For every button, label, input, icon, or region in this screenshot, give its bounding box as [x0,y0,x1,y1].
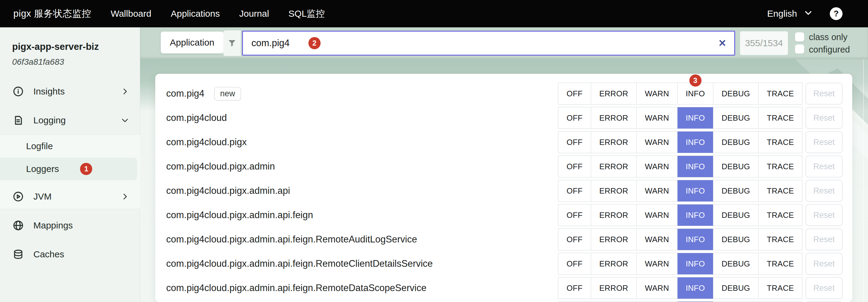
filter-funnel-icon[interactable] [223,30,241,56]
level-button-trace[interactable]: TRACE [758,229,802,250]
level-button-debug[interactable]: DEBUG [713,107,758,129]
level-button-info[interactable]: INFO3 [678,83,713,104]
level-group: OFFERRORWARNINFODEBUGTRACE [558,277,803,299]
level-button-debug[interactable]: DEBUG [713,277,758,299]
sidebar-item-jvm[interactable]: JVM [0,183,140,210]
sidebar-item-insights[interactable]: Insights [0,78,140,105]
level-button-info[interactable]: INFO [678,132,713,153]
table-row: com.pig4cloud.pigx.admin.api.feign OFFER… [155,203,852,227]
level-button-error[interactable]: ERROR [591,204,637,226]
level-button-off[interactable]: OFF [558,83,591,104]
level-button-warn[interactable]: WARN [637,132,678,153]
level-group: OFFERRORWARNINFODEBUGTRACE [558,180,803,202]
level-button-trace[interactable]: TRACE [758,83,802,104]
level-button-warn[interactable]: WARN [637,180,678,201]
reset-button[interactable]: Reset [806,277,842,299]
sidebar-item-label: Caches [33,249,64,259]
chevron-down-icon [121,116,129,125]
level-button-warn[interactable]: WARN [637,229,678,250]
nav-item-wallboard[interactable]: Wallboard [111,8,151,19]
level-button-trace[interactable]: TRACE [758,107,802,129]
level-button-warn[interactable]: WARN [637,83,678,104]
level-button-trace[interactable]: TRACE [758,204,802,226]
level-button-info[interactable]: INFO [678,229,713,250]
level-button-trace[interactable]: TRACE [758,277,802,299]
level-button-error[interactable]: ERROR [591,132,637,153]
logger-name: com.pig4cloud.pigx.admin.api.feign.Remot… [166,234,417,245]
level-button-warn[interactable]: WARN [637,156,678,177]
level-button-info[interactable]: INFO [678,204,713,226]
level-button-error[interactable]: ERROR [591,107,637,129]
reset-button[interactable]: Reset [806,228,842,250]
level-button-off[interactable]: OFF [558,132,591,153]
level-button-error[interactable]: ERROR [591,83,637,104]
level-button-warn[interactable]: WARN [637,253,678,274]
level-button-off[interactable]: OFF [558,204,591,226]
sidebar-item-logging[interactable]: Logging [0,107,140,134]
logger-name: com.pig4cloud.pigx [166,137,247,148]
level-group: OFFERRORWARNINFODEBUGTRACE [558,107,803,129]
brand-title[interactable]: pigx 服务状态监控 [13,7,91,20]
document-icon [12,114,24,127]
application-scope-button[interactable]: Application [161,32,223,53]
level-button-debug[interactable]: DEBUG [713,204,758,226]
class-only-checkbox[interactable] [795,32,804,42]
reset-button[interactable]: Reset [806,180,842,202]
level-button-info[interactable]: INFO [678,277,713,299]
level-button-warn[interactable]: WARN [637,107,678,129]
level-button-debug[interactable]: DEBUG [713,132,758,153]
level-button-info[interactable]: INFO [678,180,713,201]
level-button-debug[interactable]: DEBUG [713,253,758,274]
nav-item-sql-monitor[interactable]: SQL监控 [288,8,325,20]
level-button-trace[interactable]: TRACE [758,132,802,153]
clear-search-icon[interactable]: ✕ [718,38,726,48]
level-button-info[interactable]: INFO [678,107,713,129]
filter-bar: Application com.pig4 2 ✕ 355/1534 class … [140,27,868,59]
reset-button[interactable]: Reset [806,107,842,129]
step-badge-2: 2 [308,37,320,49]
nav-item-journal[interactable]: Journal [239,8,269,19]
reset-button[interactable]: Reset [806,156,842,177]
level-button-warn[interactable]: WARN [637,277,678,299]
table-row: com.pig4cloud OFFERRORWARNINFODEBUGTRACE… [155,106,852,130]
level-button-error[interactable]: ERROR [591,156,637,177]
level-button-warn[interactable]: WARN [637,204,678,226]
level-button-debug[interactable]: DEBUG [713,229,758,250]
language-selector[interactable]: English [767,8,813,20]
chevron-right-icon [121,192,129,201]
level-button-debug[interactable]: DEBUG [713,180,758,201]
level-button-debug[interactable]: DEBUG [713,156,758,177]
sidebar-item-mappings[interactable]: Mappings [0,212,140,239]
level-button-info[interactable]: INFO [678,156,713,177]
level-button-off[interactable]: OFF [558,253,591,274]
level-button-trace[interactable]: TRACE [758,156,802,177]
configured-checkbox[interactable] [795,44,804,54]
reset-button[interactable]: Reset [806,83,842,105]
table-row: com.pig4cloud.pigx.admin.api.feign.Remot… [155,276,852,300]
level-button-error[interactable]: ERROR [591,277,637,299]
level-button-off[interactable]: OFF [558,229,591,250]
reset-button[interactable]: Reset [806,204,842,226]
nav-item-applications[interactable]: Applications [171,8,220,19]
sidebar-item-logfile[interactable]: Logfile [0,135,137,158]
level-button-error[interactable]: ERROR [591,229,637,250]
level-button-error[interactable]: ERROR [591,253,637,274]
level-button-info[interactable]: INFO [678,253,713,274]
instance-id: 06f3a81fa683 [12,57,128,67]
sidebar-item-caches[interactable]: Caches [0,241,140,268]
reset-button[interactable]: Reset [806,131,842,153]
logger-search-input[interactable]: com.pig4 2 ✕ [242,31,735,56]
level-button-off[interactable]: OFF [558,277,591,299]
level-button-trace[interactable]: TRACE [758,253,802,274]
sidebar-item-loggers[interactable]: Loggers 1 [0,158,137,180]
level-button-off[interactable]: OFF [558,180,591,201]
content-area: com.pig4 new OFFERRORWARNINFO3DEBUGTRACE… [140,59,868,302]
reset-button[interactable]: Reset [806,253,842,275]
level-button-off[interactable]: OFF [558,156,591,177]
scroll-track [863,59,864,302]
level-button-error[interactable]: ERROR [591,180,637,201]
level-button-trace[interactable]: TRACE [758,180,802,201]
level-button-debug[interactable]: DEBUG [713,83,758,104]
level-button-off[interactable]: OFF [558,107,591,129]
help-icon[interactable]: ? [830,7,842,20]
